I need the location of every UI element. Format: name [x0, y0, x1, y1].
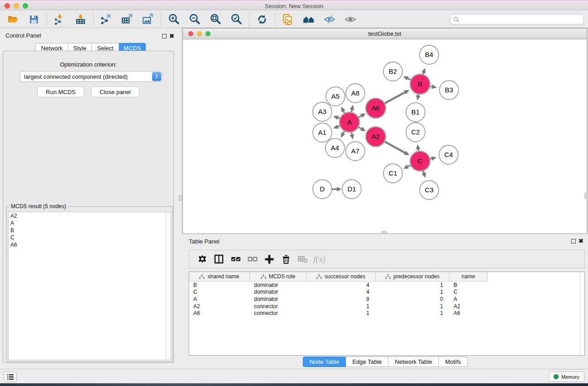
tab-edge-table[interactable]: Edge Table [346, 357, 388, 367]
result-list-scrollbar[interactable] [166, 212, 171, 360]
graph-node-A8[interactable]: A8 [346, 84, 365, 103]
graph-node-A6[interactable]: A6 [366, 98, 386, 118]
graph-node-B1[interactable]: B1 [406, 103, 425, 122]
graph-node-C2[interactable]: C2 [406, 123, 425, 142]
right-splitter-handle[interactable] [584, 193, 588, 199]
table-cell: connector [250, 303, 306, 310]
zoom-in-icon[interactable] [167, 13, 181, 26]
export-table-icon[interactable] [120, 13, 134, 26]
column-view-icon[interactable] [210, 253, 227, 266]
import-table-icon[interactable] [74, 13, 87, 26]
result-list-item[interactable]: B [9, 227, 171, 234]
result-list-item[interactable]: A2 [9, 212, 171, 219]
graph-node-A[interactable]: A [339, 112, 359, 132]
graph-node-D1[interactable]: D1 [342, 180, 361, 199]
table-panel-close-button[interactable]: ✖ [578, 238, 583, 244]
node-table[interactable]: shared name MCDS role successor nodes pr… [189, 272, 585, 356]
add-column-icon[interactable] [261, 253, 277, 266]
select-all-columns-icon[interactable] [227, 253, 244, 266]
table-row[interactable]: Bdominator41B [189, 281, 584, 289]
mcds-result-title: MCDS result (5 nodes) [10, 203, 67, 210]
result-list-item[interactable]: A6 [9, 241, 171, 248]
network-window-titlebar[interactable]: testGlobe.txt [183, 29, 587, 39]
table-row[interactable]: Adominator80A [189, 295, 584, 303]
refresh-view-icon[interactable] [255, 13, 269, 26]
table-cell: A6 [449, 310, 488, 316]
graph-node-C1[interactable]: C1 [383, 164, 402, 183]
table-row[interactable]: A2connector11A2 [189, 303, 584, 310]
column-type-icon [316, 274, 322, 279]
table-row[interactable]: A6connector11A6 [189, 310, 584, 317]
application-window: Session: New Session Control Panel ✖ Net… [0, 0, 588, 386]
graph-node-A2[interactable]: A2 [366, 127, 386, 147]
mcds-result-list[interactable]: A2ABCA6 [8, 212, 171, 360]
tab-motifs[interactable]: Motifs [439, 357, 468, 367]
delete-table-icon[interactable] [294, 253, 311, 266]
tab-node-table[interactable]: Node Table [303, 357, 346, 367]
close-panel-button[interactable]: Close panel [91, 86, 139, 97]
table-panel-float-button[interactable] [571, 238, 576, 244]
control-panel-title: Control Panel [5, 32, 41, 39]
run-mcds-button[interactable]: Run MCDS [37, 86, 84, 97]
task-history-button[interactable] [4, 372, 17, 382]
result-list-item[interactable]: C [9, 234, 171, 241]
settings-gear-icon[interactable] [194, 253, 210, 266]
network-canvas[interactable]: B4B2BB3A8A5A6A3B1AC2A1A2A4A7C4CC1C3DD1 [183, 39, 587, 234]
graph-node-A7[interactable]: A7 [346, 142, 365, 161]
graph-node-C[interactable]: C [410, 151, 430, 171]
column-header-name[interactable]: name [449, 272, 488, 281]
graph-node-A3[interactable]: A3 [313, 102, 332, 121]
graph-node-A4[interactable]: A4 [325, 138, 344, 157]
control-panel-close-button[interactable]: ✖ [169, 33, 174, 39]
column-header-predecessor-nodes[interactable]: predecessor nodes [376, 272, 449, 281]
save-session-icon[interactable] [27, 13, 41, 26]
search-box[interactable] [450, 14, 584, 24]
svg-text:C3: C3 [425, 186, 433, 194]
tab-network-table[interactable]: Network Table [388, 357, 439, 367]
table-cell: 1 [376, 310, 449, 316]
graph-node-A5[interactable]: A5 [326, 87, 345, 106]
zoom-selected-icon[interactable] [229, 13, 243, 26]
svg-text:B4: B4 [425, 51, 433, 58]
graph-node-A1[interactable]: A1 [313, 123, 332, 142]
graph-node-B[interactable]: B [410, 74, 430, 94]
svg-text:A4: A4 [331, 144, 339, 152]
svg-text:C: C [418, 157, 423, 165]
unselect-all-columns-icon[interactable] [244, 253, 261, 266]
memory-status-icon [554, 374, 559, 379]
export-image-icon[interactable] [141, 13, 155, 26]
hide-selected-icon[interactable] [323, 13, 336, 26]
column-header-MCDS-role[interactable]: MCDS role [250, 272, 306, 281]
function-builder-icon[interactable]: f(x) [311, 253, 328, 266]
graph-node-C4[interactable]: C4 [439, 145, 458, 164]
criterion-dropdown[interactable]: largest connected component (directed) ▲… [20, 71, 162, 82]
column-header-successor-nodes[interactable]: successor nodes [306, 272, 376, 281]
table-cell: 4 [306, 282, 376, 288]
graph-node-B3[interactable]: B3 [440, 81, 459, 100]
search-input[interactable] [459, 16, 583, 23]
graph-node-D[interactable]: D [313, 180, 332, 199]
table-scrollbar[interactable] [579, 272, 584, 355]
result-list-item[interactable]: A [9, 219, 171, 227]
show-all-icon[interactable] [344, 13, 357, 26]
left-splitter-handle[interactable] [179, 195, 182, 201]
control-panel-float-button[interactable] [162, 33, 167, 39]
graph-node-B4[interactable]: B4 [420, 45, 439, 64]
table-cell: 8 [306, 296, 376, 302]
zoom-fit-icon[interactable] [209, 13, 222, 26]
network-from-selection-icon[interactable] [281, 13, 295, 26]
export-network-icon[interactable] [100, 13, 113, 26]
graph-node-C3[interactable]: C3 [420, 181, 439, 200]
graph-node-B2[interactable]: B2 [383, 62, 402, 81]
svg-text:A8: A8 [351, 89, 359, 97]
delete-column-icon[interactable] [277, 253, 294, 266]
table-row[interactable]: Cdominator41C [189, 289, 584, 296]
open-file-icon[interactable] [6, 13, 20, 26]
memory-button[interactable]: Memory [549, 372, 584, 382]
import-network-icon[interactable] [53, 13, 67, 26]
zoom-out-icon[interactable] [188, 13, 201, 26]
table-cell: dominator [250, 289, 306, 295]
mcds-tab-content: Optimization criterion: largest connecte… [3, 51, 174, 363]
home-icon[interactable] [302, 13, 316, 26]
column-header-shared-name[interactable]: shared name [189, 272, 250, 281]
